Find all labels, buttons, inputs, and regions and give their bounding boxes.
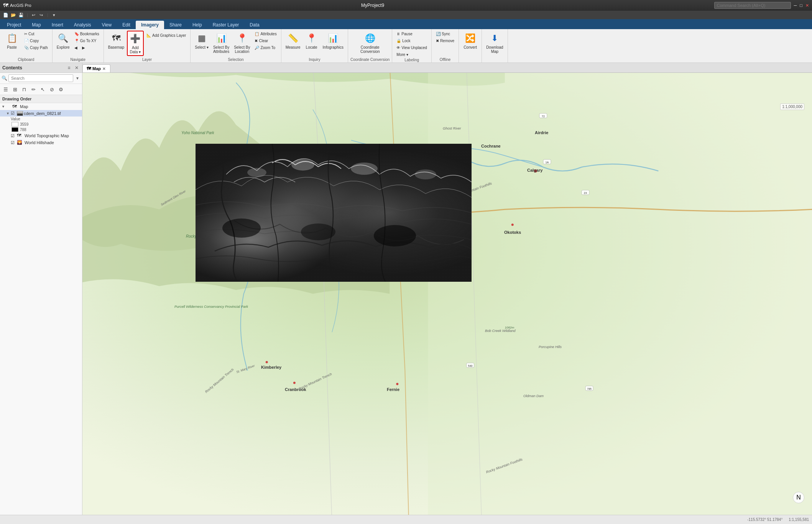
select-button[interactable]: ▦ Select ▾ — [193, 31, 210, 51]
copy-path-button[interactable]: 📎 Copy Path — [22, 44, 50, 51]
tab-insert[interactable]: Insert — [46, 21, 69, 29]
go-to-xy-button[interactable]: 📍 Go To XY — [72, 38, 101, 44]
contents-search-input[interactable] — [8, 74, 73, 82]
labeling-btns: ⏸ Pause 🔒 Lock 👁 View Unplaced More ▾ — [394, 31, 429, 58]
attributes-button[interactable]: 📋 Attributes — [253, 31, 278, 37]
layer-cdem[interactable]: ▼ ☑ cdem_dem_0821.tif — [0, 110, 82, 117]
map-tab-close[interactable]: ✕ — [102, 67, 105, 71]
explore-button[interactable]: 🔍 Explore — [55, 31, 72, 51]
select-by-location-icon: 📍 — [236, 32, 248, 44]
convert-icon: 🔀 — [464, 32, 477, 44]
copy-button[interactable]: 📄 Copy — [22, 38, 50, 44]
qa-customize-btn[interactable]: ▾ — [51, 11, 58, 18]
copy-path-icon: 📎 — [24, 46, 29, 50]
grid-view-btn[interactable]: ⊞ — [11, 85, 19, 94]
download-map-button[interactable]: ⬇ DownloadMap — [484, 31, 505, 55]
map-tab[interactable]: 🗺 Map ✕ — [82, 64, 110, 72]
filter-btn[interactable]: ⊓ — [20, 85, 28, 94]
list-view-btn[interactable]: ☰ — [2, 85, 10, 94]
basemap-button[interactable]: 🗺 Basemap — [106, 31, 126, 51]
coord-display: -115.5732° 51.1784° — [747, 517, 782, 522]
locate-button[interactable]: 📍 Locate — [303, 31, 320, 51]
pause-icon: ⏸ — [396, 32, 400, 36]
select-by-location-button[interactable]: 📍 Select ByLocation — [232, 31, 252, 55]
qa-open-btn[interactable]: 📂 — [10, 11, 17, 18]
basemap-label: Basemap — [108, 45, 124, 49]
tab-project[interactable]: Project — [2, 21, 26, 29]
zoom-to-button[interactable]: 🔎 Zoom To — [253, 44, 278, 51]
panel-close-btn[interactable]: ✕ — [74, 65, 80, 71]
layer-world-hillshade[interactable]: ▼ ☑ 🌄 World Hillshade — [0, 139, 82, 146]
layer-map-root[interactable]: ▼ 🗺 Map — [0, 103, 82, 110]
legend-low-swatch — [12, 127, 18, 132]
tab-analysis[interactable]: Analysis — [69, 21, 97, 29]
panel-header: Contents ≡ ✕ — [0, 63, 82, 73]
layer-world-topo[interactable]: ▼ ☑ 🗺 World Topographic Map — [0, 132, 82, 139]
add-data-button[interactable]: ➕ AddData ▾ — [127, 31, 144, 56]
view-unplaced-icon: 👁 — [396, 46, 400, 50]
legend-high-value: 3559 — [20, 122, 28, 126]
tab-view[interactable]: View — [96, 21, 117, 29]
back-button[interactable]: ◀ — [72, 44, 79, 51]
tab-edit[interactable]: Edit — [117, 21, 136, 29]
back-icon: ◀ — [74, 46, 77, 50]
bookmarks-label: Bookmarks — [80, 32, 99, 36]
dem-inner — [196, 144, 472, 282]
forward-button[interactable]: ▶ — [80, 44, 87, 51]
minimize-btn[interactable]: ─ — [794, 3, 797, 8]
cursor-btn[interactable]: ↖ — [38, 85, 47, 94]
search-icon: 🔍 — [2, 76, 7, 81]
tab-raster-layer[interactable]: Raster Layer — [207, 21, 245, 29]
pause-button[interactable]: ⏸ Pause — [394, 31, 429, 37]
close-btn[interactable]: ✕ — [805, 3, 809, 8]
tab-map[interactable]: Map — [26, 21, 46, 29]
cut-button[interactable]: ✂ Cut — [22, 31, 50, 37]
map-canvas[interactable]: 1A 1 72 1A 2X 785 95 Sto — [82, 73, 812, 515]
clipboard-small-btns: ✂ Cut 📄 Copy 📎 Copy Path — [22, 31, 50, 51]
navigate-label: Navigate — [55, 57, 101, 62]
title-bar: 🗺 ArcGIS Pro MyProject9 ─ □ ✕ — [0, 0, 812, 11]
draw-btn[interactable]: ✏ — [29, 85, 38, 94]
tab-share[interactable]: Share — [164, 21, 187, 29]
select-by-attributes-button[interactable]: 📊 Select ByAttributes — [211, 31, 231, 55]
paste-button[interactable]: 📋 Paste — [2, 31, 21, 51]
lock-button[interactable]: 🔒 Lock — [394, 38, 429, 44]
bookmarks-button[interactable]: 🔖 Bookmarks — [72, 31, 101, 37]
add-graphics-layer-button[interactable]: 📐 Add Graphics Layer — [145, 32, 188, 39]
command-search-input[interactable] — [714, 2, 791, 9]
remove-button[interactable]: ✖ Remove — [434, 38, 456, 44]
cdem-label: cdem_dem_0821.tif — [24, 111, 81, 116]
edit-properties-btn[interactable]: ⊘ — [48, 85, 56, 94]
select-by-attributes-icon: 📊 — [215, 32, 227, 44]
maximize-btn[interactable]: □ — [800, 3, 802, 8]
qa-undo-btn[interactable]: ↩ — [30, 11, 37, 18]
explore-label: Explore — [57, 45, 70, 49]
qa-new-btn[interactable]: 📄 — [2, 11, 9, 18]
infographics-button[interactable]: 📊 Infographics — [321, 31, 345, 51]
search-options-btn[interactable]: ▾ — [74, 75, 81, 81]
convert-button[interactable]: 🔀 Convert — [462, 31, 479, 51]
svg-point-27 — [266, 361, 268, 363]
sync-button[interactable]: 🔄 Sync — [434, 31, 456, 37]
coordinate-conversion-button[interactable]: 🌐 CoordinateConversion — [358, 31, 382, 55]
copy-icon: 📄 — [24, 39, 29, 43]
view-unplaced-button[interactable]: 👁 View Unplaced — [394, 44, 429, 51]
qa-redo-btn[interactable]: ↪ — [38, 11, 45, 18]
qa-save-btn[interactable]: 💾 — [18, 11, 25, 18]
tab-data[interactable]: Data — [244, 21, 265, 29]
settings-btn[interactable]: ⚙ — [57, 85, 65, 94]
map-area[interactable]: 🗺 Map ✕ — [82, 63, 812, 515]
selection-label: Selection — [193, 57, 278, 62]
clear-button[interactable]: ✖ Clear — [253, 38, 278, 44]
remove-icon: ✖ — [436, 39, 439, 43]
svg-point-28 — [293, 382, 296, 384]
expand-cdem-arrow: ▼ — [6, 112, 11, 115]
measure-button[interactable]: 📏 Measure — [284, 31, 302, 51]
tab-help[interactable]: Help — [187, 21, 207, 29]
attributes-icon: 📋 — [255, 32, 259, 36]
select-by-location-label: Select ByLocation — [234, 45, 250, 54]
tab-imagery[interactable]: Imagery — [136, 21, 164, 29]
more-button[interactable]: More ▾ — [394, 51, 429, 58]
panel-options-btn[interactable]: ≡ — [66, 65, 72, 71]
panel-title: Contents — [2, 65, 22, 71]
